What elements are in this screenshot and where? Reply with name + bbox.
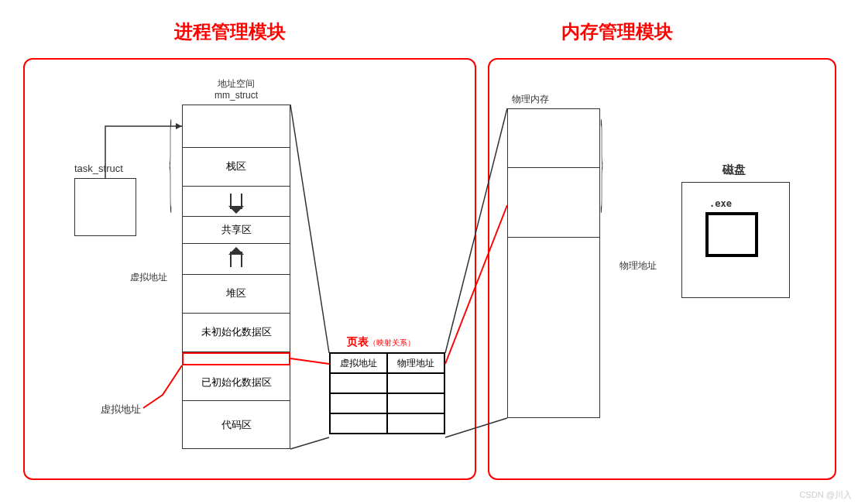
shared-region: 共享区 (183, 217, 290, 244)
page-table-row (387, 373, 444, 393)
page-table-row (330, 413, 387, 434)
phys-addr-brace: } (601, 99, 603, 215)
mm-struct-label-2: mm_struct (209, 90, 263, 101)
page-table-title: 页表（映射关系） (347, 335, 415, 349)
vaddr-callout-label: 虚拟地址 (101, 403, 141, 417)
task-struct-box (74, 178, 136, 236)
disk-box: .exe (681, 182, 790, 298)
phys-mem-box (507, 108, 600, 418)
vaddr-brace-label: 虚拟地址 (130, 271, 167, 284)
page-table-header-vaddr: 虚拟地址 (330, 353, 387, 373)
memory-module-title: 内存管理模块 (561, 19, 673, 44)
phys-mem-label: 物理内存 (512, 93, 549, 106)
highlighted-slice (183, 352, 290, 365)
stack-arrow (183, 187, 290, 218)
exe-label: .exe (709, 198, 732, 209)
code-region: 代码区 (183, 401, 290, 448)
heap-arrow (183, 244, 290, 275)
page-table-row (330, 393, 387, 413)
bss-region: 未初始化数据区 (183, 314, 290, 352)
phys-addr-label: 物理地址 (619, 259, 657, 273)
address-space-box: 栈区 共享区 堆区 未初始化数据区 已初始化数据区 代码区 (182, 105, 290, 449)
task-struct-label: task_struct (74, 163, 123, 174)
stack-region: 栈区 (183, 148, 290, 187)
page-table-row (387, 413, 444, 434)
mm-struct-label-1: 地址空间 (213, 77, 259, 91)
addr-space-top (183, 105, 290, 148)
vaddr-brace: { (170, 99, 172, 215)
process-module-title: 进程管理模块 (174, 19, 286, 44)
heap-region: 堆区 (183, 275, 290, 314)
data-region: 已初始化数据区 (183, 365, 290, 402)
page-table-row (330, 373, 387, 393)
watermark: CSDN @川入 (800, 489, 852, 501)
disk-label: 磁盘 (722, 163, 746, 177)
page-table-header-paddr: 物理地址 (387, 353, 444, 373)
page-table-row (387, 393, 444, 413)
page-table: 虚拟地址 物理地址 (329, 352, 445, 434)
exe-box (705, 212, 758, 257)
